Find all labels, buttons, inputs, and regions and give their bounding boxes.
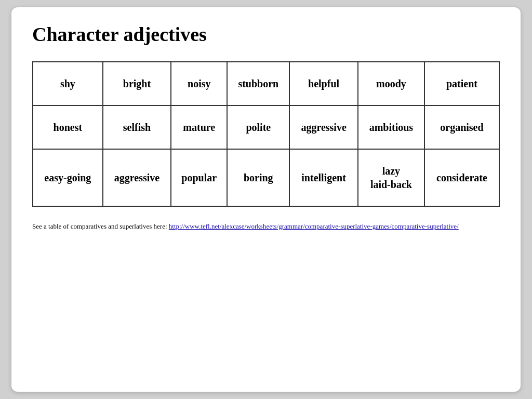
footer-text: See a table of comparatives and superlat… [32, 222, 500, 231]
table-cell: aggressive [103, 149, 171, 206]
table-cell: patient [424, 62, 499, 105]
table-cell: helpful [289, 62, 358, 105]
table-row: honestselfishmaturepoliteaggressiveambit… [33, 105, 499, 149]
table-cell: easy-going [33, 149, 103, 206]
adjectives-table: shybrightnoisystubbornhelpfulmoodypatien… [32, 61, 500, 207]
table-cell: honest [33, 105, 103, 149]
table-row: easy-goingaggressivepopularboringintelli… [33, 149, 499, 206]
table-cell: aggressive [289, 105, 358, 149]
table-cell: selfish [103, 105, 171, 149]
table-cell: considerate [424, 149, 499, 206]
table-cell: moody [358, 62, 424, 105]
footer-prefix: See a table of comparatives and superlat… [32, 222, 169, 230]
table-cell: popular [171, 149, 227, 206]
table-cell: shy [33, 62, 103, 105]
table-cell: ambitious [358, 105, 424, 149]
table-cell: noisy [171, 62, 227, 105]
table-cell: boring [227, 149, 289, 206]
table-cell: lazylaid-back [358, 149, 424, 206]
footer-link[interactable]: http://www.tefl.net/alexcase/worksheets/… [169, 222, 459, 230]
page-title: Character adjectives [32, 23, 500, 46]
table-cell: mature [171, 105, 227, 149]
main-card: Character adjectives shybrightnoisystubb… [11, 7, 521, 392]
table-cell: organised [424, 105, 499, 149]
table-cell: stubborn [227, 62, 289, 105]
table-cell: intelligent [289, 149, 358, 206]
table-cell: bright [103, 62, 171, 105]
table-row: shybrightnoisystubbornhelpfulmoodypatien… [33, 62, 499, 105]
table-cell: polite [227, 105, 289, 149]
